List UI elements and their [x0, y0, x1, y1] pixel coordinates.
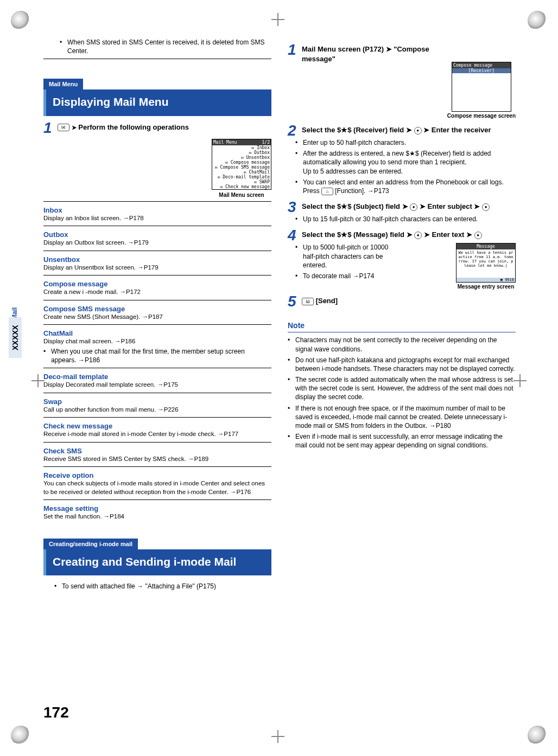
- screenshot-row: ✉ Compose SMS message: [212, 165, 271, 170]
- menu-item-title: Message setting: [43, 504, 271, 512]
- screenshot-row: ✉ Inbox: [212, 145, 271, 150]
- menu-item-desc: Display an Outbox list screen. →P179: [43, 239, 271, 247]
- note-item: •The secret code is added automatically …: [288, 375, 516, 402]
- r2-b2: After the address is entered, a new $★$ …: [303, 149, 516, 176]
- intro-bullet: When SMS stored in SMS Center is receive…: [67, 38, 271, 55]
- step-number-1: 1: [43, 120, 58, 136]
- menu-item-desc: Display Decorated mail template screen. …: [43, 381, 271, 389]
- r-step3-head: Select the $★$ (Subject) field ➤: [302, 202, 408, 210]
- corner-mark: [11, 726, 30, 745]
- note-item: •Do not use half-pitch katakana and pict…: [288, 356, 516, 373]
- menu-item-desc: Call up another function from mail menu.…: [43, 406, 271, 414]
- r3-b1: Up to 15 full-pitch or 30 half-pitch cha…: [303, 215, 478, 223]
- menu-item-sub: •When you use chat mail for the first ti…: [43, 347, 271, 364]
- menu-item-desc: Create new SMS (Short Message). →P187: [43, 313, 271, 322]
- step-number-5: 5: [288, 294, 302, 309]
- corner-mark: [528, 11, 547, 30]
- note-label: Note: [288, 320, 309, 331]
- menu-item-title: Receive option: [43, 471, 271, 479]
- screenshot-row: ✉ Deco-mail template: [212, 175, 271, 180]
- center-key-icon: ●: [410, 203, 417, 211]
- bullet-icon: •: [60, 38, 67, 55]
- menu-item-desc: Receive SMS stored in SMS Center by SMS …: [43, 455, 271, 464]
- note-item: •If there is not enough free space, or i…: [288, 404, 516, 431]
- mail-key-icon: ✉: [58, 124, 69, 131]
- page-number: 172: [43, 704, 69, 721]
- menu-item-desc: Display an Unsentbox list screen. →P179: [43, 264, 271, 272]
- note-item: •Even if i-mode mail is sent successfull…: [288, 432, 516, 450]
- mail-menu-caption: Mail Menu screen: [212, 192, 271, 198]
- bullet-icon: •: [295, 138, 303, 147]
- i-key-icon: iα: [302, 298, 314, 305]
- step1-text: Perform the following operations: [78, 123, 189, 131]
- function-key-icon: ⌂: [321, 188, 333, 195]
- r4-b2: To decorate mail →P174: [303, 272, 374, 280]
- mail-menu-screenshot: Mail Menu 1/2 ✉ Inbox✉ Outbox✉ Unsentbox…: [212, 139, 271, 190]
- menu-item-title: Check new message: [43, 422, 271, 430]
- step-number-2: 2: [288, 123, 302, 138]
- r-step2-head: Select the $★$ (Receiver) field ➤: [302, 126, 412, 134]
- screenshot-row: ✉ SWAP: [212, 180, 271, 184]
- bullet-icon: •: [295, 178, 303, 195]
- note-item: •Characters may not be sent correctly to…: [288, 336, 516, 353]
- menu-item-title: Swap: [43, 398, 271, 406]
- corner-mark: [11, 11, 30, 30]
- center-key-icon: ●: [474, 232, 482, 239]
- center-key-icon: ●: [414, 232, 422, 239]
- r4-b1: Up to 5000 full-pitch or 10000 half-pitc…: [303, 243, 402, 270]
- bullet-icon: •: [295, 243, 303, 270]
- r-step4-tail: ➤ Enter text ➤: [424, 230, 472, 239]
- r-step2-tail: ➤ Enter the receiver: [423, 126, 491, 134]
- menu-item-desc: Display an Inbox list screen. →P178: [43, 214, 271, 223]
- center-key-icon: ●: [414, 127, 422, 134]
- screenshot-row: ✉ Outbox: [212, 150, 271, 155]
- step-number-4: 4: [288, 228, 302, 243]
- menu-item-desc: Create a new i -mode mail. →P172: [43, 288, 271, 297]
- menu-item-desc: You can check subjects of i-mode mails s…: [43, 479, 271, 496]
- r-step1-text: Mail Menu screen (P172) ➤ "Compose messa…: [302, 42, 443, 64]
- cross-mark: [271, 730, 284, 743]
- menu-item-title: Inbox: [43, 206, 271, 214]
- r2-b1: Enter up to 50 half-pitch characters.: [303, 138, 406, 147]
- r2-b3: You can select and enter an address from…: [303, 178, 516, 195]
- step-number-3: 3: [288, 200, 302, 215]
- compose-caption: Compose message screen: [447, 113, 516, 119]
- bullet-icon: •: [295, 215, 303, 223]
- menu-item-desc: Receive i-mode mail stored in i-mode Cen…: [43, 430, 271, 439]
- section-title-creating: Creating and Sending i-mode Mail: [43, 549, 271, 575]
- compose-message-screenshot: Compose message [Receiver]: [452, 62, 511, 112]
- r-step4-head: Select the $★$ (Message) field ➤: [302, 230, 413, 239]
- menu-item-desc: Set the mail function. →P184: [43, 512, 271, 521]
- r-step5: [Send]: [316, 297, 338, 305]
- center-key-icon: ●: [482, 203, 490, 211]
- corner-mark: [528, 726, 547, 745]
- menu-item-title: Compose message: [43, 280, 271, 288]
- sec2-bullet: To send with attached file → "Attaching …: [62, 582, 216, 591]
- screenshot-row: ✉ Check new message: [212, 184, 271, 189]
- screenshot-row: ✉ Unsentbox: [212, 155, 271, 160]
- bullet-icon: •: [54, 582, 62, 591]
- step-number-1: 1: [288, 42, 302, 57]
- message-entry-screenshot: Message We will have a tennis pr actice …: [456, 243, 516, 283]
- cross-mark: [271, 13, 284, 26]
- menu-item-title: Compose SMS message: [43, 305, 271, 313]
- side-tab-x: XXXXX: [9, 317, 22, 358]
- section-title-display-mailmenu: Displaying Mail Menu: [43, 89, 271, 116]
- menu-item-desc: Display chat mail screen. →P186: [43, 337, 271, 346]
- bullet-icon: •: [295, 272, 303, 280]
- cross-mark: [31, 374, 45, 387]
- bullet-icon: •: [295, 149, 303, 176]
- menu-item-title: Outbox: [43, 230, 271, 239]
- message-entry-caption: Message entry screen: [456, 284, 516, 290]
- screenshot-row: ✉ ChatMail: [212, 170, 271, 175]
- screenshot-row: ✉ Compose message: [212, 160, 271, 165]
- menu-item-title: Unsentbox: [43, 255, 271, 264]
- section-tag-mailmenu: Mail Menu: [43, 79, 83, 89]
- menu-item-title: ChatMail: [43, 329, 271, 337]
- menu-item-title: Deco-mail template: [43, 373, 271, 381]
- section-tag-creating: Creating/sending i-mode mail: [43, 539, 138, 549]
- r-step3-tail: ➤ Enter subject ➤: [420, 202, 480, 210]
- menu-item-title: Check SMS: [43, 447, 271, 455]
